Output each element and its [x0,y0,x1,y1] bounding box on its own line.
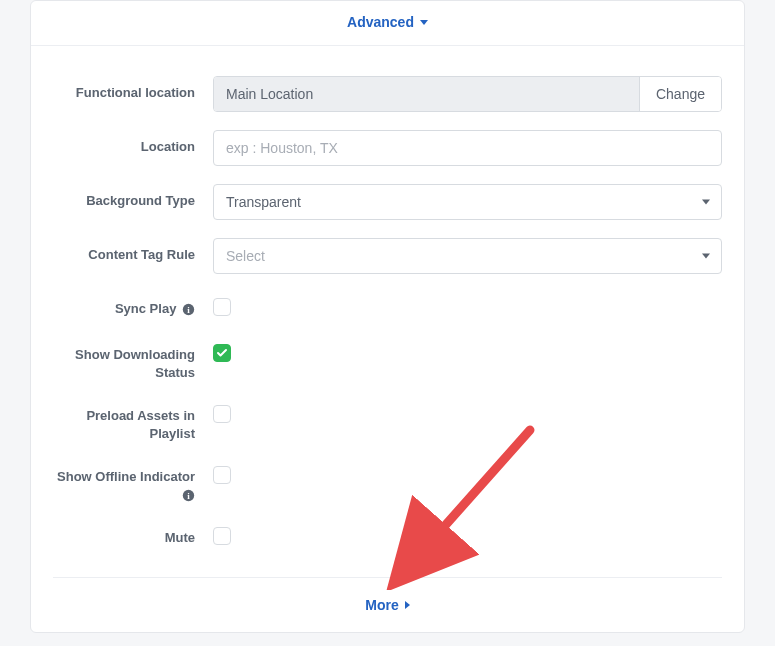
advanced-toggle[interactable]: Advanced [347,14,428,30]
more-label: More [365,597,398,613]
row-preload-assets: Preload Assets in Playlist [53,399,722,442]
row-functional-location: Functional location Main Location Change [53,76,722,112]
more-toggle[interactable]: More [365,597,409,613]
row-location: Location [53,130,722,166]
location-input[interactable] [213,130,722,166]
background-type-select[interactable]: Transparent [213,184,722,220]
label-sync-play: Sync Play i [53,292,213,318]
label-location: Location [53,130,213,156]
label-mute: Mute [53,521,213,547]
caret-down-icon [420,20,428,25]
panel-footer: More [53,577,722,632]
show-downloading-checkbox[interactable] [213,344,231,362]
preload-assets-checkbox[interactable] [213,405,231,423]
panel-header: Advanced [31,1,744,46]
label-show-offline: Show Offline Indicator i [53,460,213,503]
show-offline-checkbox[interactable] [213,466,231,484]
row-mute: Mute [53,521,722,549]
label-functional-location: Functional location [53,76,213,102]
panel-title: Advanced [347,14,414,30]
row-show-offline: Show Offline Indicator i [53,460,722,503]
caret-right-icon [405,601,410,609]
content-tag-rule-select[interactable]: Select [213,238,722,274]
info-icon[interactable]: i [182,303,195,316]
functional-location-field: Main Location [214,77,639,111]
row-show-downloading: Show Downloading Status [53,338,722,381]
sync-play-checkbox[interactable] [213,298,231,316]
advanced-settings-panel: Advanced Functional location Main Locati… [30,0,745,633]
label-show-downloading: Show Downloading Status [53,338,213,381]
row-content-tag-rule: Content Tag Rule Select [53,238,722,274]
mute-checkbox[interactable] [213,527,231,545]
label-background-type: Background Type [53,184,213,210]
functional-location-group: Main Location Change [213,76,722,112]
row-sync-play: Sync Play i [53,292,722,320]
label-preload-assets: Preload Assets in Playlist [53,399,213,442]
info-icon[interactable]: i [182,489,195,502]
change-button[interactable]: Change [639,77,721,111]
panel-body: Functional location Main Location Change… [31,46,744,577]
row-background-type: Background Type Transparent [53,184,722,220]
label-content-tag-rule: Content Tag Rule [53,238,213,264]
